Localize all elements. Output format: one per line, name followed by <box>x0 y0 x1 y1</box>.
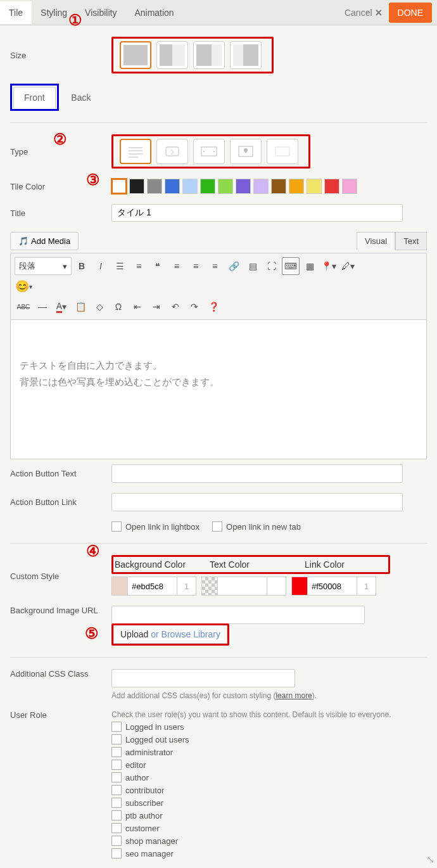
role-7[interactable]: ptb author <box>111 810 427 820</box>
tab-visibility[interactable]: Visibility <box>76 1 125 24</box>
hr-icon[interactable]: — <box>34 298 51 316</box>
addcss-input[interactable] <box>111 669 295 687</box>
swatch-6[interactable] <box>218 179 233 194</box>
swatch-10[interactable] <box>289 179 304 194</box>
tab-visual[interactable]: Visual <box>357 232 395 250</box>
swatch-11[interactable] <box>307 179 322 194</box>
swatch-9[interactable] <box>271 179 286 194</box>
strike-icon[interactable]: ABC <box>15 298 32 316</box>
type-opt-button[interactable] <box>156 139 188 164</box>
omega-icon[interactable]: Ω <box>110 298 127 316</box>
front-tab[interactable]: Front <box>13 87 56 108</box>
type-opt-blank[interactable] <box>267 139 298 164</box>
action-text-input[interactable] <box>111 464 403 483</box>
resize-handle-icon[interactable]: ⤡ <box>426 853 434 865</box>
chk-newtab[interactable]: Open link in new tab <box>212 521 301 532</box>
table-icon[interactable]: ▦ <box>301 257 319 275</box>
brush-icon[interactable]: 🖊▾ <box>339 257 357 275</box>
title-input[interactable] <box>111 204 403 222</box>
swatch-4[interactable] <box>182 179 198 194</box>
tab-tile[interactable]: Tile <box>0 1 32 24</box>
size-opt-3[interactable] <box>193 41 225 69</box>
swatch-1[interactable] <box>129 179 144 194</box>
undo-icon[interactable]: ↶ <box>167 298 184 316</box>
size-opt-2[interactable] <box>156 41 188 69</box>
done-button[interactable]: DONE <box>389 3 432 23</box>
cs-link-input[interactable] <box>308 577 357 596</box>
role-10[interactable]: seo manager <box>111 848 427 858</box>
swatch-7[interactable] <box>236 179 251 194</box>
keyboard-icon[interactable]: ⌨ <box>282 257 300 275</box>
highlight-cs-head: Background Color Text Color Link Color <box>111 555 390 574</box>
role-6[interactable]: subscriber <box>111 798 427 808</box>
align-center-icon[interactable]: ≡ <box>187 257 205 275</box>
action-link-input[interactable] <box>111 493 403 511</box>
add-media-button[interactable]: 🎵 Add Media <box>10 232 79 250</box>
main-tabs: Tile Styling Visibility Animation <box>0 1 183 24</box>
swatch-3[interactable] <box>165 179 180 194</box>
row-addcss: Additional CSS Class Add additional CSS … <box>10 664 427 705</box>
link-icon[interactable]: 🔗 <box>225 257 243 275</box>
tab-animation[interactable]: Animation <box>125 1 182 24</box>
top-bar: Tile Styling Visibility Animation Cancel… <box>0 0 437 25</box>
svg-rect-4 <box>166 147 179 156</box>
role-9[interactable]: shop manager <box>111 836 427 846</box>
more-icon[interactable]: ▤ <box>244 257 262 275</box>
cs-text-input[interactable] <box>218 577 267 596</box>
type-opt-map[interactable] <box>230 139 262 164</box>
swatch-12[interactable] <box>324 179 339 194</box>
cancel-button[interactable]: Cancel✕ <box>345 8 383 18</box>
italic-icon[interactable]: I <box>92 257 110 275</box>
clear-icon[interactable]: ◇ <box>91 298 108 316</box>
help-icon[interactable]: ❓ <box>205 298 222 316</box>
cancel-label: Cancel <box>345 8 372 18</box>
upload-label: Upload <box>120 629 148 639</box>
size-opt-4[interactable] <box>230 41 262 69</box>
cs-bg-swatch[interactable] <box>111 577 128 596</box>
align-left-icon[interactable]: ≡ <box>168 257 186 275</box>
swatch-5[interactable] <box>200 179 215 194</box>
type-opt-gallery[interactable] <box>193 139 225 164</box>
fullscreen-icon[interactable]: ⛶ <box>263 257 281 275</box>
swatch-13[interactable] <box>342 179 357 194</box>
upload-button[interactable]: Upload or Browse Library <box>113 625 227 644</box>
cs-text-swatch[interactable] <box>201 577 218 596</box>
pin-icon[interactable]: 📍▾ <box>320 257 338 275</box>
role-3[interactable]: editor <box>111 760 427 770</box>
paste-icon[interactable]: 📋 <box>72 298 89 316</box>
role-4[interactable]: author <box>111 772 427 782</box>
editor-body[interactable]: テキストを自由に入力できます。 背景には色や写真を埋め込むことができます。 <box>10 320 427 459</box>
cs-link-opacity[interactable] <box>357 577 376 596</box>
redo-icon[interactable]: ↷ <box>186 298 203 316</box>
number-list-icon[interactable]: ≡ <box>130 257 148 275</box>
chk-lightbox[interactable]: Open link in lightbox <box>111 521 200 532</box>
size-opt-1[interactable] <box>120 41 151 69</box>
role-0[interactable]: Logged in users <box>111 722 427 732</box>
align-right-icon[interactable]: ≡ <box>206 257 224 275</box>
role-8[interactable]: customer <box>111 823 427 833</box>
bgimage-input[interactable] <box>111 606 365 624</box>
role-1[interactable]: Logged out users <box>111 734 427 744</box>
cs-link-swatch[interactable] <box>291 577 308 596</box>
cs-bg-input[interactable] <box>128 577 177 596</box>
swatch-2[interactable] <box>147 179 162 194</box>
cs-text-opacity[interactable] <box>267 577 286 596</box>
textcolor-icon[interactable]: A▾ <box>53 298 70 316</box>
format-select[interactable]: 段落▾ <box>15 257 72 275</box>
emoji-icon[interactable]: 😊▾ <box>15 278 32 295</box>
role-2[interactable]: administrator <box>111 747 427 757</box>
bold-icon[interactable]: B <box>73 257 91 275</box>
annotation-5: ⑤ <box>85 625 99 642</box>
tab-text[interactable]: Text <box>395 232 427 250</box>
outdent-icon[interactable]: ⇤ <box>129 298 146 316</box>
indent-icon[interactable]: ⇥ <box>148 298 165 316</box>
bullet-list-icon[interactable]: ☰ <box>111 257 129 275</box>
type-opt-text[interactable] <box>120 139 151 164</box>
learnmore-link[interactable]: learn more <box>276 691 312 700</box>
swatch-8[interactable] <box>253 179 269 194</box>
quote-icon[interactable]: ❝ <box>149 257 167 275</box>
swatch-0[interactable] <box>111 179 127 194</box>
back-tab[interactable]: Back <box>61 87 101 108</box>
role-5[interactable]: contributor <box>111 785 427 795</box>
cs-bg-opacity[interactable] <box>177 577 196 596</box>
